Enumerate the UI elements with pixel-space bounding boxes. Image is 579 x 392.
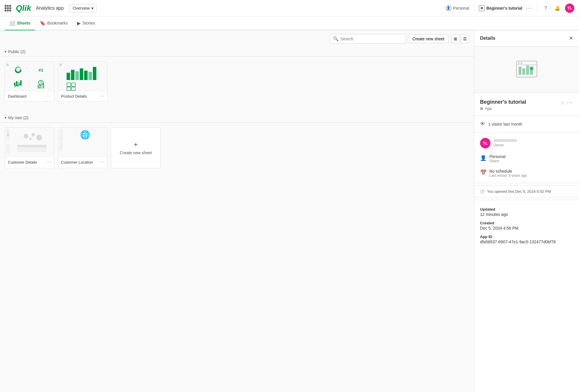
my-own-section-label: My own (2) xyxy=(8,115,28,120)
tab-bookmarks[interactable]: 🔖 Bookmarks xyxy=(35,16,72,30)
overview-dropdown[interactable]: Overview ▾ xyxy=(69,4,97,12)
clock-icon: 🕐 xyxy=(480,189,485,194)
details-opened-row: 🕐 You opened this Dec 5, 2024 5:02 PM xyxy=(474,185,579,197)
sheet-more-customer-details[interactable]: ··· xyxy=(46,159,51,165)
details-divider-3 xyxy=(474,183,579,183)
sheets-tab-icon: ⬜ xyxy=(9,20,15,26)
svg-rect-38 xyxy=(526,65,529,75)
favorite-button[interactable]: ☆ xyxy=(560,100,565,106)
details-panel: Details ✕ Beginn xyxy=(474,30,579,392)
tutorial-icon: ⊞ xyxy=(479,5,485,11)
tabs-bar: ⬜ Sheets 🔖 Bookmarks ▶ Stories xyxy=(0,16,579,30)
created-item: Created Dec 5, 2024 4:56 PM xyxy=(480,221,573,230)
globe-icon: 🌐 xyxy=(80,130,90,140)
more-options-icon[interactable]: ··· xyxy=(526,5,532,11)
sheet-title-product-details: Product Details xyxy=(61,94,87,98)
svg-rect-37 xyxy=(522,68,525,75)
tab-stories-label: Stories xyxy=(82,21,95,25)
svg-rect-36 xyxy=(519,67,521,75)
details-more-options[interactable]: ··· xyxy=(567,100,573,106)
help-icon[interactable]: ? xyxy=(542,4,550,12)
sheet-card-customer-location[interactable]: 🌐 Customer Location ··· xyxy=(58,127,107,168)
public-section-header: ▾ Public (2) xyxy=(0,47,474,56)
svg-rect-31 xyxy=(17,150,46,152)
sheet-more-product-details[interactable]: ··· xyxy=(100,93,104,99)
main-area: 🔍 Create new sheet ⊞ ☰ ▾ Public (2) ⊞ xyxy=(0,30,579,392)
svg-rect-14 xyxy=(67,73,70,80)
owner-avatar: TL xyxy=(480,138,491,148)
visitors-label: 1 visitor last month xyxy=(488,122,522,126)
customer-thumb-row2 xyxy=(6,145,53,153)
sheet-title-dashboard: Dashboard xyxy=(8,94,27,98)
space-icon: 👤 xyxy=(480,155,486,161)
app-title: Analytics app xyxy=(36,6,64,11)
details-divider-1 xyxy=(474,115,579,116)
create-new-sheet-button[interactable]: Create new sheet xyxy=(408,34,449,43)
svg-rect-16 xyxy=(75,71,79,80)
app-type-label: App xyxy=(485,106,492,111)
app-type-row: ⊞ App xyxy=(480,106,573,111)
app-id-label: App ID xyxy=(480,235,573,239)
my-own-section-header: ▾ My own (2) xyxy=(0,113,474,122)
details-schedule-row: 📅 No schedule Last reload: 9 years ago xyxy=(474,166,579,181)
tutorial-nav[interactable]: ⊞ Beginner's tutorial xyxy=(479,5,522,11)
qlik-logo: Qlik xyxy=(16,4,31,13)
tab-stories[interactable]: ▶ Stories xyxy=(72,16,100,30)
sheet-more-customer-location[interactable]: ··· xyxy=(100,159,104,165)
owner-info: Owner xyxy=(493,139,517,147)
details-app-name-section: Beginner's tutorial ☆ ··· ⊞ App xyxy=(474,93,579,113)
svg-rect-20 xyxy=(93,67,96,80)
stories-tab-icon: ▶ xyxy=(77,20,81,26)
thumb-cell-2: #1 xyxy=(30,64,52,76)
svg-point-25 xyxy=(24,134,28,138)
search-box[interactable]: 🔍 xyxy=(330,34,406,44)
created-label: Created xyxy=(480,221,573,225)
svg-rect-23 xyxy=(67,87,71,91)
sheet-card-customer-details[interactable]: ⊞ xyxy=(5,127,54,168)
close-details-button[interactable]: ✕ xyxy=(569,35,573,41)
location-globe-cell: 🌐 xyxy=(64,129,106,141)
svg-rect-21 xyxy=(67,83,71,86)
notifications-icon[interactable]: 🔔 xyxy=(553,4,561,12)
updated-item: Updated 12 minutes ago xyxy=(480,207,573,217)
personal-label: Personal xyxy=(453,6,469,11)
svg-point-35 xyxy=(521,62,522,64)
svg-rect-17 xyxy=(80,68,83,80)
sheets-panel: 🔍 Create new sheet ⊞ ☰ ▾ Public (2) ⊞ xyxy=(0,30,474,392)
list-view-button[interactable]: ☰ xyxy=(460,34,469,43)
create-plus-icon: + xyxy=(134,141,138,149)
search-input[interactable] xyxy=(340,37,402,41)
sheet-card-product-details[interactable]: ⊞ xyxy=(58,61,107,101)
personal-nav[interactable]: 👤 Personal xyxy=(446,5,469,11)
grid-view-button[interactable]: ⊞ xyxy=(451,34,460,43)
tab-sheets-label: Sheets xyxy=(17,21,30,25)
avatar[interactable]: TL xyxy=(565,4,574,13)
bookmarks-tab-icon: 🔖 xyxy=(40,20,46,26)
space-sub: Space xyxy=(489,159,505,163)
svg-rect-10 xyxy=(38,85,39,89)
personal-icon: 👤 xyxy=(446,5,451,11)
tab-bookmarks-label: Bookmarks xyxy=(47,21,68,25)
create-card-label: Create new sheet xyxy=(120,150,152,155)
my-own-chevron-icon[interactable]: ▾ xyxy=(5,116,6,120)
location-empty-cell xyxy=(64,142,106,150)
details-header-actions: ☆ ··· xyxy=(560,100,573,106)
svg-rect-11 xyxy=(39,84,41,89)
public-chevron-icon[interactable]: ▾ xyxy=(5,50,6,54)
my-own-divider xyxy=(0,122,474,123)
grid-menu-icon[interactable] xyxy=(5,5,11,11)
space-name: Personal xyxy=(489,154,505,159)
svg-rect-22 xyxy=(72,83,75,86)
customer-scatter-svg xyxy=(17,129,46,143)
create-new-sheet-card[interactable]: + Create new sheet xyxy=(111,127,161,168)
product-sheet-icon: ⊞ xyxy=(59,63,62,67)
opened-label: You opened this Dec 5, 2024 5:02 PM xyxy=(487,189,551,194)
schedule-icon: 📅 xyxy=(480,169,486,176)
top-nav: Qlik Analytics app Overview ▾ 👤 Personal… xyxy=(0,0,579,16)
tutorial-label: Beginner's tutorial xyxy=(486,6,522,11)
tab-sheets[interactable]: ⬜ Sheets xyxy=(5,16,35,30)
customer-left-icon-2 xyxy=(6,145,10,153)
sheet-card-dashboard[interactable]: ⊞ #1 xyxy=(5,61,54,101)
sheet-more-dashboard[interactable]: ··· xyxy=(46,93,51,99)
details-visitors-stat: 👁 1 visitor last month xyxy=(474,118,579,130)
